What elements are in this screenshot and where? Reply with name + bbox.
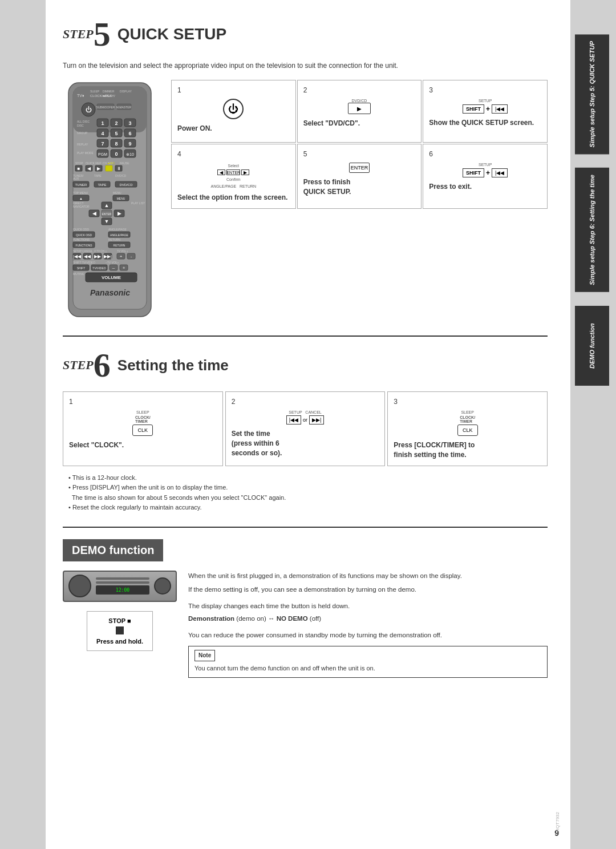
step5-step4: 4 Select ◀ ENTER	[171, 144, 296, 209]
step5-section: STEP 5 QUICK SETUP Turn on the televisio…	[63, 17, 548, 322]
svg-text:DVD/CD: DVD/CD	[115, 174, 127, 177]
step2-icon: DVD/CD ▶	[303, 99, 416, 114]
demo-desc2: If the demo setting is off, you can see …	[188, 584, 548, 595]
step6-sidebar-tab[interactable]: Simple setup Step 6: Setting the time	[575, 168, 609, 292]
svg-text:⊕10: ⊕10	[126, 152, 134, 156]
svg-text:5: 5	[115, 131, 117, 136]
step6-note1: • This is a 12-hour clock.	[68, 473, 548, 483]
svg-text:V TV CH △: V TV CH △	[94, 250, 107, 253]
step6-step1: 1 SLEEP CLOCK/TIMER CLK Select "CLOCK".	[63, 391, 223, 466]
svg-text:DVD/CD: DVD/CD	[119, 183, 133, 187]
svg-text:AUX: AUX	[73, 177, 79, 180]
svg-text:0: 0	[115, 151, 117, 157]
svg-text:–TV VOL+: –TV VOL+	[106, 261, 119, 264]
svg-text:8: 8	[115, 141, 117, 147]
step6-step1-icon: SLEEP CLOCK/TIMER CLK	[69, 410, 217, 436]
step6-step2-desc: Set the time(press within 6seconds or so…	[232, 429, 379, 458]
svg-text:◀: ◀	[92, 211, 96, 216]
svg-text:NAVIGATOR: NAVIGATOR	[73, 205, 90, 208]
step6-step3: 3 SLEEP CLOCK/TIMER CLK Press [CLOCK/TIM…	[387, 391, 548, 466]
step5-step5: 5 ENTER Press to finishQUICK SETUP.	[297, 144, 422, 209]
svg-text:▶: ▶	[117, 211, 121, 216]
step3-num: 3	[429, 86, 541, 94]
svg-text:RETURN: RETURN	[108, 238, 120, 241]
step2-num: 2	[303, 86, 416, 94]
svg-text:ALL DISC: ALL DISC	[77, 120, 90, 123]
svg-text:RETURN: RETURN	[114, 244, 125, 247]
step4-num: 4	[177, 150, 290, 158]
demo-desc1: When the unit is first plugged in, a dem…	[188, 571, 548, 581]
step5-num: 5	[303, 150, 416, 158]
svg-text:FUNCTIONS: FUNCTIONS	[73, 238, 90, 241]
step6-num-cell: 6	[429, 150, 541, 158]
svg-text:▲: ▲	[104, 203, 110, 208]
svg-text:DIMMER: DIMMER	[103, 90, 115, 93]
step6-title: Setting the time	[117, 357, 229, 374]
stop-icon	[116, 626, 124, 634]
svg-text:PLAY LIST: PLAY LIST	[131, 201, 145, 205]
step5-desc-text: Press to finishQUICK SETUP.	[303, 177, 416, 197]
step5-content: TV♦ SLEEP CLOCK/ ▸PLAY/ DIMMER DISPLAY ●…	[63, 80, 548, 322]
note-content: You cannot turn the demo function on and…	[194, 664, 541, 674]
svg-text:DISPLAY: DISPLAY	[120, 90, 132, 93]
page-content: Simple setup Step 5: QUICK SETUP Simple …	[46, 0, 570, 849]
svg-text:▶▶|: ▶▶|	[104, 254, 112, 259]
step1-num: 1	[177, 86, 290, 94]
step6-note2b: The time is also shown for about 5 secon…	[72, 493, 548, 503]
svg-text:SETUP  CANCEL: SETUP CANCEL	[73, 250, 93, 253]
svg-text:STOP: STOP	[75, 161, 83, 165]
remote-control: TV♦ SLEEP CLOCK/ ▸PLAY/ DIMMER DISPLAY ●…	[63, 80, 160, 322]
step6-notes: • This is a 12-hour clock. • Press [DISP…	[63, 473, 548, 513]
step1-icon: ⏻	[177, 99, 290, 119]
svg-text:■: ■	[78, 166, 80, 171]
svg-text:●REC: ●REC	[107, 161, 115, 165]
step6-step1-desc: Select "CLOCK".	[69, 440, 217, 450]
step3-icon: SETUP SHIFT + |◀◀	[429, 99, 541, 114]
step6-step3-icon: SLEEP CLOCK/TIMER CLK	[394, 410, 541, 436]
svg-text:TUNER: TUNER	[75, 183, 87, 187]
note-box: Note You cannot turn the demo function o…	[188, 646, 548, 678]
svg-text:▶▶: ▶▶	[94, 254, 102, 259]
note-label: Note	[194, 650, 215, 661]
svg-text:⏻: ⏻	[86, 106, 92, 113]
demo-right: When the unit is first plugged in, a dem…	[188, 571, 548, 678]
demo-left: 12:00 STOP ■ Press and hold.	[63, 571, 177, 678]
step6-step1-num: 1	[69, 398, 217, 406]
svg-text:4: 4	[101, 131, 104, 136]
step6-step2-icon: SETUP CANCEL |◀◀ or ▶▶|	[232, 410, 379, 424]
step6-badge: STEP 6	[63, 348, 111, 382]
step6-step3-num: 3	[394, 398, 541, 406]
svg-text:SUBWOOFER: SUBWOOFER	[96, 106, 115, 109]
demo-desc4: Demonstration (demo on) ↔ NO DEMO (off)	[188, 613, 548, 624]
step5-sidebar-tab[interactable]: Simple setup Step 5: QUICK SETUP	[575, 34, 609, 154]
svg-text:VOLUME: VOLUME	[102, 275, 121, 280]
svg-text:9: 9	[128, 141, 131, 147]
svg-text:TOP MENU: TOP MENU	[73, 191, 88, 195]
step1-desc: Power ON.	[177, 124, 290, 134]
section-divider-2	[63, 527, 548, 528]
svg-text:⏸: ⏸	[116, 166, 121, 171]
step6-header: STEP 6 Setting the time	[63, 348, 548, 382]
step4-icon: Select ◀ ENTER ▶ Confi	[177, 163, 290, 188]
step5-icon: ENTER	[303, 163, 416, 173]
svg-text:3: 3	[128, 120, 131, 126]
svg-text:ANGLE/PAGE: ANGLE/PAGE	[108, 228, 127, 231]
step6-content: 1 SLEEP CLOCK/TIMER CLK Select "CLOCK". …	[63, 391, 548, 466]
demo-desc5: You can reduce the power consumed in sta…	[188, 630, 548, 640]
step6-desc: Press to exit.	[429, 182, 541, 192]
svg-text:MUTING: MUTING	[73, 272, 84, 276]
svg-text:▲: ▲	[79, 197, 83, 200]
demo-sidebar-tab[interactable]: DEMO function	[575, 306, 609, 386]
svg-text:GROUP: GROUP	[77, 131, 88, 135]
step6-number: 6	[94, 348, 111, 382]
svg-text:TAPE: TAPE	[94, 174, 102, 177]
svg-text:◀: ◀	[87, 166, 91, 171]
svg-text:PLAY MODE: PLAY MODE	[77, 151, 94, 155]
step6-icon: SETUP SHIFT + |◀◀	[429, 163, 541, 177]
svg-text:REPLAY: REPLAY	[77, 143, 88, 146]
steps-grid: 1 ⏻ Power ON. 2	[171, 80, 548, 322]
section-divider-1	[63, 335, 548, 337]
svg-text:ENTER: ENTER	[102, 212, 112, 216]
step5-step6: 6 SETUP SHIFT + |◀◀	[423, 144, 548, 209]
svg-text:TV♦: TV♦	[77, 94, 84, 98]
